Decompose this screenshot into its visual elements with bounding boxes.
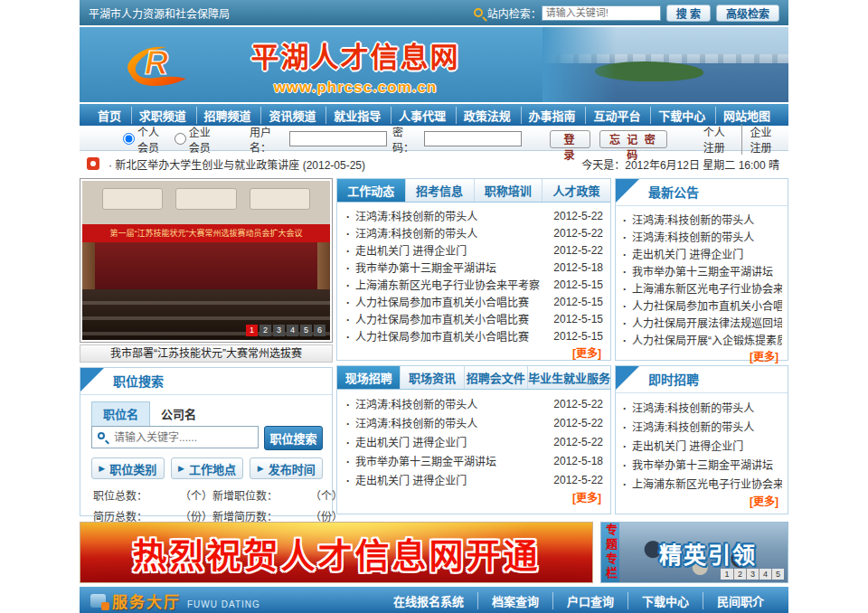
tab-title-training[interactable]: 职称培训 — [474, 179, 542, 202]
tab-work-updates[interactable]: 工作动态 — [337, 179, 405, 202]
instant-jobs-title: 即时招聘 — [648, 366, 788, 393]
nav-item-service-guide[interactable]: 办事指南 — [521, 107, 583, 124]
page-number[interactable]: 2 — [259, 325, 271, 336]
register-personal-link[interactable]: 个人注册 — [696, 124, 742, 155]
member-type-personal[interactable]: 个人会员 — [123, 124, 169, 155]
login-button[interactable]: 登 录 — [550, 130, 590, 148]
nav-item-hr-agency[interactable]: 人事代理 — [391, 107, 453, 124]
special-column-photo: 精英引领 1 2 3 4 5 — [619, 523, 788, 582]
announcement-title[interactable]: 上海浦东新区光电子行业协会来平考 — [621, 280, 782, 296]
news-title[interactable]: 走出机关门 进得企业门 — [344, 434, 547, 449]
ticker-news-link[interactable]: · 新北区举办大学生创业与就业政策讲座 (2012-05-25) — [108, 156, 365, 172]
job-title[interactable]: 走出机关门 进得企业门 — [621, 438, 782, 453]
register-company-link[interactable]: 企业注册 — [741, 124, 788, 155]
tab-company-name[interactable]: 公司名 — [150, 401, 207, 426]
news-title[interactable]: 走出机关门 进得企业门 — [344, 472, 547, 487]
more-link[interactable]: [更多] — [616, 348, 788, 363]
nav-item-policy[interactable]: 政策法规 — [456, 107, 518, 124]
username-label: 用户名： — [250, 124, 284, 155]
username-input[interactable] — [289, 131, 387, 146]
more-link[interactable]: [更多] — [337, 344, 610, 360]
nav-item-jobseeker[interactable]: 求职频道 — [131, 107, 193, 124]
link-hukou-query[interactable]: 户口查询 — [552, 592, 627, 609]
filter-publish-time[interactable]: ▶ 发布时间 — [250, 457, 323, 479]
filter-job-category[interactable]: ▶ 职位类别 — [91, 457, 165, 479]
announcement-title[interactable]: 我市举办第十三期金平湖讲坛 — [621, 263, 782, 278]
link-download-center[interactable]: 下载中心 — [627, 592, 703, 609]
announcement-title[interactable]: 走出机关门 进得企业门 — [621, 246, 782, 261]
link-private-agency[interactable]: 民间职介 — [703, 592, 778, 609]
page-number[interactable]: 1 — [246, 325, 258, 336]
tab-jobfair-files[interactable]: 招聘会文件 — [464, 366, 527, 389]
news-title[interactable]: 走出机关门 进得企业门 — [344, 242, 547, 258]
list-item: 我市举办第十三期金平湖讲坛 — [621, 262, 782, 279]
job-title[interactable]: 汪鸿涛:科技创新的带头人 — [621, 419, 782, 434]
news-title[interactable]: 我市举办第十三期金平湖讲坛 — [344, 453, 547, 468]
celebration-banner[interactable]: 热烈祝贺人才信息网开通 — [80, 522, 593, 583]
more-link[interactable]: [更多] — [616, 493, 788, 508]
page-number[interactable]: 2 — [733, 569, 746, 580]
radio-company-member[interactable] — [175, 133, 186, 145]
search-button[interactable]: 搜 索 — [666, 5, 711, 22]
top-bar: 平湖市人力资源和社会保障局 站内检索： 搜 索 高级检索 — [80, 0, 788, 25]
advanced-search-button[interactable]: 高级检索 — [716, 5, 779, 22]
link-archive-query[interactable]: 档案查询 — [477, 592, 552, 609]
news-title[interactable]: 汪鸿涛:科技创新的带头人 — [344, 208, 547, 223]
news-title[interactable]: 汪鸿涛:科技创新的带头人 — [344, 225, 547, 240]
tab-onsite-recruit[interactable]: 现场招聘 — [337, 366, 400, 389]
page-number[interactable]: 1 — [721, 569, 733, 580]
announcement-title[interactable]: 汪鸿涛:科技创新的带头人 — [621, 229, 782, 244]
keyword-input[interactable] — [91, 426, 259, 448]
special-column-banner[interactable]: 专题专栏 精英引领 1 2 3 4 5 — [600, 522, 788, 583]
forgot-password-button[interactable]: 忘 记 密 码 — [599, 130, 667, 148]
radio-personal-member[interactable] — [123, 133, 135, 145]
news-title[interactable]: 人力社保局参加市直机关小合唱比赛 — [344, 294, 547, 309]
news-date: 2012-5-22 — [547, 398, 603, 410]
announcement-title[interactable]: 汪鸿涛:科技创新的带头人 — [621, 212, 782, 227]
news-title[interactable]: 上海浦东新区光电子行业协会来平考察 — [344, 277, 547, 292]
list-item: 汪鸿涛:科技创新的带头人 — [621, 228, 782, 245]
page-number[interactable]: 4 — [287, 325, 298, 336]
job-title[interactable]: 汪鸿涛:科技创新的带头人 — [621, 400, 782, 415]
page-number[interactable]: 4 — [759, 569, 771, 580]
news-title[interactable]: 我市举办第十三期金平湖讲坛 — [344, 259, 547, 275]
news-date: 2012-5-22 — [547, 210, 603, 222]
link-online-registration[interactable]: 在线报名系统 — [380, 592, 477, 609]
nav-item-recruit[interactable]: 招聘频道 — [196, 107, 259, 124]
job-search-button[interactable]: 职位搜索 — [264, 426, 323, 450]
nav-item-employment-guide[interactable]: 就业指导 — [326, 107, 388, 124]
news-title[interactable]: 人力社保局参加市直机关小合唱比赛 — [344, 328, 547, 344]
nav-item-download[interactable]: 下载中心 — [650, 107, 712, 124]
tab-talent-policy[interactable]: 人才政策 — [542, 179, 610, 202]
nav-item-sitemap[interactable]: 网站地图 — [715, 107, 778, 124]
page-number[interactable]: 3 — [273, 325, 285, 336]
news-title[interactable]: 人力社保局参加市直机关小合唱比赛 — [344, 311, 547, 326]
site-search-input[interactable] — [542, 5, 661, 21]
page-number[interactable]: 5 — [771, 569, 784, 580]
nav-item-home[interactable]: 首页 — [90, 107, 128, 124]
tab-graduate-service[interactable]: 毕业生就业服务 — [527, 366, 610, 389]
password-input[interactable] — [424, 131, 522, 146]
announcement-title[interactable]: 人力社保局参加市直机关小合唱比赛 — [621, 297, 782, 313]
photo-slideshow[interactable]: 第一届“江苏技能状元”大赛常州选拔赛动员会扩大会议 1 2 3 4 5 6 — [80, 178, 333, 343]
photo-caption[interactable]: 我市部署“江苏技能状元”大赛常州选拔赛 — [80, 344, 333, 363]
tab-career-info[interactable]: 职场资讯 — [400, 366, 463, 389]
filter-work-location[interactable]: ▶ 工作地点 — [171, 457, 244, 479]
tab-exam-info[interactable]: 招考信息 — [405, 179, 474, 202]
news-title[interactable]: 汪鸿涛:科技创新的带头人 — [344, 396, 547, 411]
nav-item-news[interactable]: 资讯频道 — [260, 107, 323, 124]
tab-job-name[interactable]: 职位名 — [91, 401, 150, 426]
page-number[interactable]: 5 — [300, 325, 312, 336]
job-title[interactable]: 上海浦东新区光电子行业协会来平考 — [621, 476, 782, 491]
register-links: 个人注册 企业注册 — [696, 124, 788, 155]
announcement-title[interactable]: 人力社保局开展“入企锻炼提素质” — [621, 332, 782, 347]
announcement-title[interactable]: 人力社保局开展法律法规巡回培训 — [621, 315, 782, 330]
news-item: 人力社保局参加市直机关小合唱比赛 2012-5-15 — [344, 310, 603, 327]
nav-item-interactive[interactable]: 互动平台 — [585, 107, 647, 124]
news-title[interactable]: 汪鸿涛:科技创新的带头人 — [344, 415, 547, 430]
page-number[interactable]: 6 — [314, 325, 326, 336]
page-number[interactable]: 3 — [746, 569, 759, 580]
job-title[interactable]: 我市举办第十三期金平湖讲坛 — [621, 457, 782, 472]
more-link[interactable]: [更多] — [337, 489, 610, 505]
member-type-company[interactable]: 企业会员 — [175, 124, 221, 155]
